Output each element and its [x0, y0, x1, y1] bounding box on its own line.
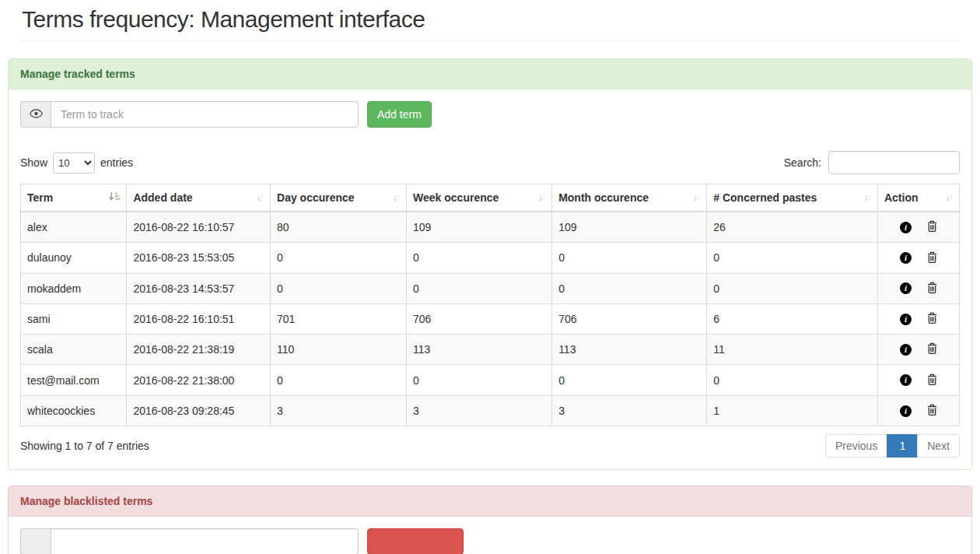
trash-icon[interactable] [927, 312, 937, 326]
week-occurence-cell: 0 [407, 365, 552, 395]
added-date-cell: 2016-08-22 21:38:00 [127, 365, 271, 395]
tracked-terms-table: Term [20, 184, 960, 426]
eye-icon [30, 108, 43, 121]
term-cell: mokaddem [21, 273, 127, 303]
datatable-toolbar: Show 10 entries Search: [20, 151, 960, 174]
column-header-added-date[interactable]: Added date ↓↑ [127, 184, 271, 212]
month-occurence-cell: 3 [552, 395, 707, 426]
sort-icon: ↓↑ [693, 193, 702, 203]
table-row: test@mail.com 2016-08-22 21:38:00 0 0 0 … [21, 365, 960, 395]
day-occurence-cell: 3 [271, 395, 407, 426]
week-occurence-cell: 0 [407, 243, 552, 273]
action-cell: i [877, 303, 959, 334]
added-date-cell: 2016-08-22 16:10:57 [127, 212, 271, 243]
pagination-page-1[interactable]: 1 [887, 434, 918, 458]
pagination: Previous 1 Next [825, 434, 960, 458]
month-occurence-cell: 0 [552, 273, 707, 303]
trash-icon[interactable] [927, 220, 937, 234]
info-icon[interactable]: i [900, 222, 912, 233]
column-header-month-occurence[interactable]: Month occurence ↓↑ [552, 184, 707, 212]
term-cell: scala [21, 335, 127, 365]
blacklist-input-group [20, 528, 359, 554]
concerned-pastes-cell: 1 [707, 395, 878, 426]
tracked-terms-panel: Manage tracked terms Add term [8, 58, 972, 470]
month-occurence-cell: 706 [552, 303, 707, 334]
day-occurence-cell: 80 [271, 212, 407, 243]
info-icon[interactable]: i [900, 314, 912, 325]
day-occurence-cell: 110 [271, 335, 407, 365]
eye-icon-addon [20, 101, 51, 128]
sort-icon: ↓↑ [393, 193, 401, 203]
concerned-pastes-cell: 26 [707, 212, 878, 243]
trash-icon[interactable] [927, 404, 937, 418]
entries-label: entries [100, 156, 133, 169]
day-occurence-cell: 0 [271, 243, 407, 273]
info-icon[interactable]: i [900, 344, 912, 356]
day-occurence-cell: 0 [271, 365, 407, 395]
trash-icon[interactable] [927, 251, 937, 265]
table-row: alex 2016-08-22 16:10:57 80 109 109 26 i [21, 212, 960, 243]
blacklisted-terms-panel: Manage blacklisted terms [8, 486, 972, 554]
term-cell: test@mail.com [21, 365, 127, 395]
column-header-day-occurence[interactable]: Day occurence ↓↑ [271, 184, 407, 212]
concerned-pastes-cell: 0 [707, 273, 878, 303]
action-cell: i [877, 273, 959, 303]
action-cell: i [877, 212, 959, 243]
term-to-track-input[interactable] [51, 101, 359, 128]
info-icon[interactable]: i [900, 374, 912, 386]
blacklist-term-form [20, 528, 960, 554]
sort-icon: ↓↑ [257, 193, 265, 203]
tracked-panel-heading: Manage tracked terms [9, 59, 971, 89]
week-occurence-cell: 0 [407, 273, 552, 303]
term-to-blacklist-input[interactable] [51, 528, 359, 554]
concerned-pastes-cell: 0 [707, 243, 878, 273]
month-occurence-cell: 0 [552, 365, 707, 395]
added-date-cell: 2016-08-23 09:28:45 [127, 395, 271, 426]
info-icon[interactable]: i [900, 252, 912, 264]
blacklist-term-button[interactable] [367, 528, 464, 554]
action-cell: i [877, 365, 959, 395]
page-title: Terms frequency: Management interface [22, 6, 958, 33]
table-info-text: Showing 1 to 7 of 7 entries [20, 440, 149, 452]
column-header-term[interactable]: Term [21, 184, 127, 212]
page-length-select[interactable]: 10 [53, 153, 95, 174]
added-date-cell: 2016-08-22 16:10:51 [127, 303, 271, 334]
sort-icon: ↓↑ [538, 193, 547, 203]
day-occurence-cell: 0 [271, 273, 407, 303]
term-input-group [20, 101, 359, 128]
column-header-action[interactable]: Action ↓↑ [877, 184, 959, 212]
trash-icon[interactable] [927, 373, 937, 387]
info-icon[interactable]: i [900, 405, 912, 417]
term-cell: alex [21, 212, 127, 243]
sort-icon: ↓↑ [863, 193, 872, 203]
concerned-pastes-cell: 6 [707, 303, 878, 334]
added-date-cell: 2016-08-23 14:53:57 [127, 273, 271, 303]
add-term-button[interactable]: Add term [367, 101, 432, 128]
page-header: Terms frequency: Management interface [22, 0, 958, 41]
concerned-pastes-cell: 0 [707, 365, 878, 395]
blacklist-addon [20, 528, 51, 554]
pagination-next[interactable]: Next [917, 434, 960, 458]
page-length-control: Show 10 entries [20, 153, 133, 174]
trash-icon[interactable] [927, 282, 937, 296]
week-occurence-cell: 706 [407, 303, 552, 334]
month-occurence-cell: 109 [552, 212, 707, 243]
sort-icon: ↓↑ [946, 193, 954, 203]
pagination-previous[interactable]: Previous [825, 434, 887, 458]
month-occurence-cell: 0 [552, 243, 707, 273]
page-container: Terms frequency: Management interface Ma… [8, 0, 972, 554]
column-header-week-occurence[interactable]: Week occurence ↓↑ [407, 184, 552, 212]
sort-ascending-icon [108, 191, 121, 204]
search-input[interactable] [828, 151, 960, 174]
show-label: Show [20, 156, 47, 169]
add-term-form: Add term [20, 101, 960, 128]
column-header-concerned-pastes[interactable]: # Concerned pastes ↓↑ [707, 184, 878, 212]
action-cell: i [877, 243, 959, 273]
info-icon[interactable]: i [900, 282, 912, 294]
trash-icon[interactable] [927, 342, 937, 356]
table-row: sami 2016-08-22 16:10:51 701 706 706 6 i [21, 303, 960, 334]
month-occurence-cell: 113 [552, 335, 707, 365]
blacklist-panel-body [9, 517, 971, 554]
week-occurence-cell: 113 [407, 335, 552, 365]
table-row: dulaunoy 2016-08-23 15:53:05 0 0 0 0 i [21, 243, 960, 273]
